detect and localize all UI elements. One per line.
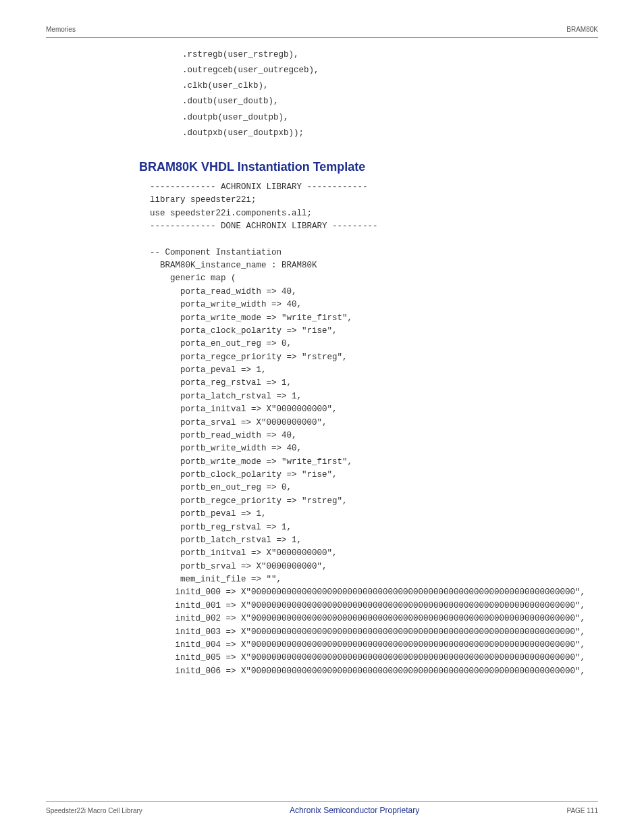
page-content: .rstregb(user_rstregb), .outregceb(user_… xyxy=(0,38,644,678)
page-footer: Speedster22i Macro Cell Library Achronix… xyxy=(46,801,598,815)
section-title: BRAM80K VHDL Instantiation Template xyxy=(46,160,598,174)
page-header: Memories BRAM80K xyxy=(46,0,598,38)
code-snippet-top: .rstregb(user_rstregb), .outregceb(user_… xyxy=(46,47,598,141)
footer-right: PAGE 111 xyxy=(566,807,598,814)
footer-center: Achronix Semiconductor Proprietary xyxy=(290,806,419,815)
code-snippet-main: ------------- ACHRONIX LIBRARY ---------… xyxy=(46,181,598,678)
header-right: BRAM80K xyxy=(566,26,598,33)
footer-left: Speedster22i Macro Cell Library xyxy=(46,807,142,814)
header-left: Memories xyxy=(46,26,76,33)
